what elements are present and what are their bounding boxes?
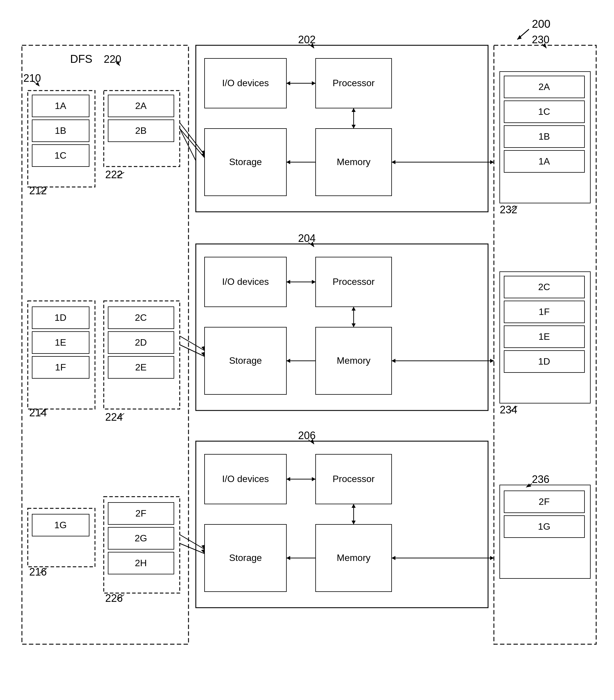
dfs-label: DFS — [70, 53, 93, 65]
item-2c-224: 2C — [135, 312, 147, 323]
item-2c-234: 2C — [538, 282, 550, 292]
io-devices-204: I/O devices — [222, 276, 269, 287]
ref-226-label: 226 — [105, 592, 123, 604]
item-2h-226: 2H — [135, 558, 147, 568]
item-1d-214: 1D — [54, 312, 66, 323]
item-1c-232: 1C — [538, 107, 550, 117]
ref-214-label: 214 — [29, 407, 47, 418]
processor-202: Processor — [333, 78, 374, 88]
ref-202-label: 202 — [298, 34, 316, 46]
ref-206-label: 206 — [298, 429, 316, 441]
ref-234-label: 234 — [500, 404, 517, 416]
item-1e-234: 1E — [538, 331, 550, 342]
item-1f-234: 1F — [539, 307, 550, 317]
ref-204-label: 204 — [298, 232, 316, 244]
svg-marker-52 — [490, 160, 494, 164]
memory-204: Memory — [337, 355, 371, 366]
storage-204: Storage — [229, 355, 262, 366]
item-2b-222: 2B — [135, 125, 146, 136]
io-devices-206: I/O devices — [222, 474, 269, 484]
item-2d-224: 2D — [135, 337, 147, 348]
item-1g-216: 1G — [54, 520, 67, 530]
ref-236-label: 236 — [532, 473, 550, 485]
ref-212-label: 212 — [29, 185, 47, 197]
item-2f-236: 2F — [539, 496, 550, 507]
ref-216-label: 216 — [29, 566, 47, 578]
item-2a-222: 2A — [135, 100, 147, 111]
svg-marker-92 — [490, 556, 494, 560]
processor-206: Processor — [333, 474, 374, 484]
ref-210-label: 210 — [23, 72, 41, 84]
storage-206: Storage — [229, 552, 262, 563]
memory-202: Memory — [337, 157, 371, 167]
item-2g-226: 2G — [135, 533, 147, 543]
item-1c-212: 1C — [54, 150, 66, 161]
ref-232-label: 232 — [500, 204, 517, 216]
processor-204: Processor — [333, 276, 374, 287]
item-1b-212: 1B — [54, 125, 66, 136]
item-1f-214: 1F — [55, 362, 66, 373]
item-2f-226: 2F — [135, 508, 146, 518]
ref-200-label: 200 — [532, 18, 550, 30]
item-1e-214: 1E — [54, 337, 66, 348]
item-1a-232: 1A — [538, 156, 550, 166]
storage-202: Storage — [229, 157, 262, 167]
ref-230-label: 230 — [532, 34, 550, 46]
item-1d-234: 1D — [538, 356, 550, 367]
item-2a-232: 2A — [538, 82, 550, 92]
item-1b-232: 1B — [538, 131, 550, 142]
io-devices-202: I/O devices — [222, 78, 269, 88]
item-2e-224: 2E — [135, 362, 146, 373]
ref-224-label: 224 — [105, 411, 123, 423]
item-1a-212: 1A — [54, 100, 66, 111]
item-1g-236: 1G — [538, 521, 551, 532]
memory-206: Memory — [337, 552, 371, 563]
svg-marker-72 — [490, 359, 494, 363]
